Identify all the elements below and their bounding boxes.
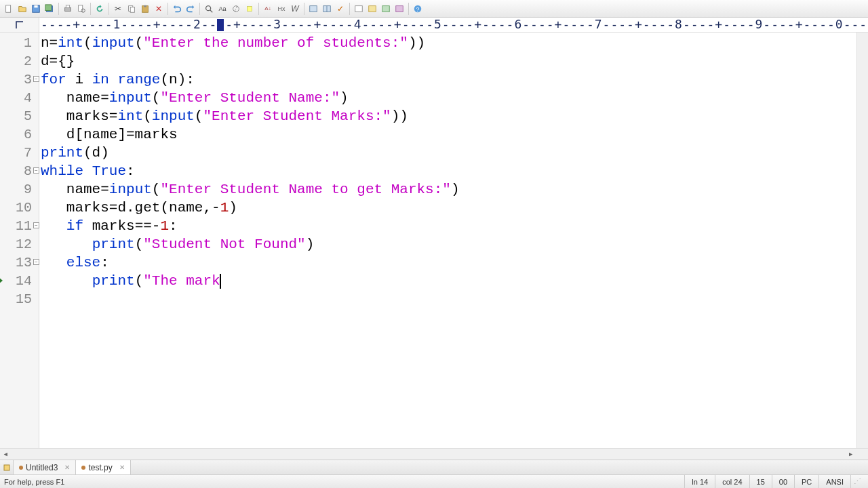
- code-line[interactable]: marks=d.get(name,-1): [41, 199, 856, 217]
- scroll-right-icon[interactable]: ►: [845, 449, 856, 460]
- copy-icon[interactable]: [125, 3, 138, 15]
- toolbar-sep: [58, 3, 59, 15]
- line-number: 1: [0, 34, 39, 52]
- replace-icon[interactable]: [230, 3, 242, 15]
- code-line[interactable]: print("Student Not Found"): [41, 235, 856, 253]
- line-number-gutter: 123−45678−91011−1213−1415: [0, 33, 39, 448]
- line-number: 3−: [0, 70, 39, 89]
- svg-rect-17: [310, 5, 317, 12]
- svg-rect-4: [45, 4, 52, 10]
- window-1-icon[interactable]: [353, 3, 365, 15]
- line-number: 9: [0, 180, 39, 199]
- code-line[interactable]: while True:: [41, 162, 856, 180]
- fold-toggle-icon[interactable]: −: [33, 76, 39, 82]
- svg-line-14: [210, 9, 213, 12]
- toolbar-sep: [258, 3, 259, 15]
- cut-icon[interactable]: ✂: [112, 3, 124, 15]
- ruler-corner: [0, 18, 39, 32]
- toolbar-sep: [304, 3, 304, 15]
- horizontal-scrollbar[interactable]: [12, 449, 845, 460]
- svg-rect-7: [79, 5, 83, 11]
- text-cursor: [220, 274, 221, 289]
- code-line[interactable]: print("The mark: [41, 272, 856, 290]
- status-lines: 15: [749, 475, 772, 488]
- svg-rect-26: [4, 465, 9, 470]
- ruler-origin-icon: [16, 21, 24, 29]
- vertical-scrollbar[interactable]: [856, 33, 868, 448]
- text-hex-icon[interactable]: Hx: [275, 3, 288, 15]
- file-tab-label: test.py: [88, 463, 112, 472]
- svg-rect-0: [6, 5, 11, 12]
- code-line[interactable]: if marks==-1:: [41, 217, 856, 235]
- open-icon[interactable]: [16, 3, 28, 15]
- check-icon[interactable]: ✓: [334, 3, 347, 15]
- find-icon[interactable]: [203, 3, 215, 15]
- panel-2-icon[interactable]: [321, 3, 333, 15]
- toolbar-sep: [167, 3, 168, 15]
- print-icon[interactable]: [62, 3, 74, 15]
- new-icon[interactable]: [3, 3, 15, 15]
- svg-rect-16: [248, 6, 252, 11]
- fold-toggle-icon[interactable]: −: [33, 259, 39, 265]
- panel-1-icon[interactable]: [307, 3, 319, 15]
- line-number: 14: [0, 272, 39, 290]
- window-2-icon[interactable]: [366, 3, 378, 15]
- print-preview-icon[interactable]: [75, 3, 87, 15]
- file-tab-label: Untitled3: [26, 463, 58, 472]
- text-wrap-icon[interactable]: W: [289, 3, 301, 15]
- code-area[interactable]: n=int(input("Enter the number of student…: [39, 33, 856, 448]
- undo-icon[interactable]: [171, 3, 183, 15]
- close-tab-icon[interactable]: ✕: [119, 464, 125, 471]
- code-line[interactable]: else:: [41, 253, 856, 272]
- ruler[interactable]: ----+----1----+----2----+----3----+----4…: [39, 18, 868, 32]
- line-number: 11−: [0, 217, 39, 235]
- code-line[interactable]: d={}: [41, 52, 856, 70]
- ruler-text: ----+----1----+----2----+----3----+----4…: [41, 18, 868, 31]
- line-number: 2: [0, 52, 39, 70]
- delete-icon[interactable]: ✕: [153, 3, 165, 15]
- code-line[interactable]: d[name]=marks: [41, 125, 856, 144]
- line-number: 15: [0, 290, 39, 308]
- close-tab-icon[interactable]: ✕: [64, 464, 70, 471]
- window-3-icon[interactable]: [380, 3, 392, 15]
- code-line[interactable]: for i in range(n):: [41, 70, 856, 89]
- code-line[interactable]: n=int(input("Enter the number of student…: [41, 34, 856, 52]
- find-case-icon[interactable]: Aa: [216, 3, 229, 15]
- bookmark-marker-icon: [0, 277, 3, 284]
- save-all-icon[interactable]: [43, 3, 56, 15]
- reload-icon[interactable]: [94, 3, 106, 15]
- toolbar-sep: [199, 3, 200, 15]
- help-icon[interactable]: ?: [412, 3, 424, 15]
- code-line[interactable]: name=input("Enter Student Name to get Ma…: [41, 180, 856, 199]
- svg-rect-23: [396, 5, 403, 12]
- text-small-icon[interactable]: A↓: [262, 3, 274, 15]
- svg-rect-10: [130, 7, 134, 12]
- code-line[interactable]: [41, 290, 856, 308]
- code-line[interactable]: print(d): [41, 144, 856, 162]
- line-number: 8−: [0, 162, 39, 180]
- fold-toggle-icon[interactable]: −: [33, 222, 39, 228]
- file-tab[interactable]: Untitled3✕: [14, 460, 76, 474]
- code-line[interactable]: marks=int(input("Enter Student Marks:")): [41, 107, 856, 125]
- svg-rect-5: [65, 7, 71, 11]
- status-ln: ln 14: [684, 475, 715, 488]
- line-number: 13−: [0, 253, 39, 272]
- fold-toggle-icon[interactable]: −: [33, 167, 39, 174]
- svg-rect-2: [34, 5, 37, 7]
- status-col: col 24: [715, 475, 749, 488]
- save-icon[interactable]: [30, 3, 42, 15]
- status-bar: For help, press F1 ln 14 col 24 15 00 PC…: [0, 474, 868, 488]
- file-tabs: Untitled3✕test.py✕: [0, 460, 868, 474]
- tab-list-icon[interactable]: [0, 460, 14, 474]
- line-number: 10: [0, 199, 39, 217]
- highlight-icon[interactable]: [243, 3, 256, 15]
- paste-icon[interactable]: [139, 3, 151, 15]
- file-tab[interactable]: test.py✕: [76, 460, 130, 474]
- toolbar-sep: [349, 3, 350, 15]
- status-grip: ⋰: [850, 475, 864, 488]
- window-4-icon[interactable]: [393, 3, 406, 15]
- code-line[interactable]: name=input("Enter Student Name:"): [41, 89, 856, 107]
- redo-icon[interactable]: [184, 3, 197, 15]
- svg-point-15: [233, 5, 239, 12]
- scroll-left-icon[interactable]: ◄: [0, 449, 12, 460]
